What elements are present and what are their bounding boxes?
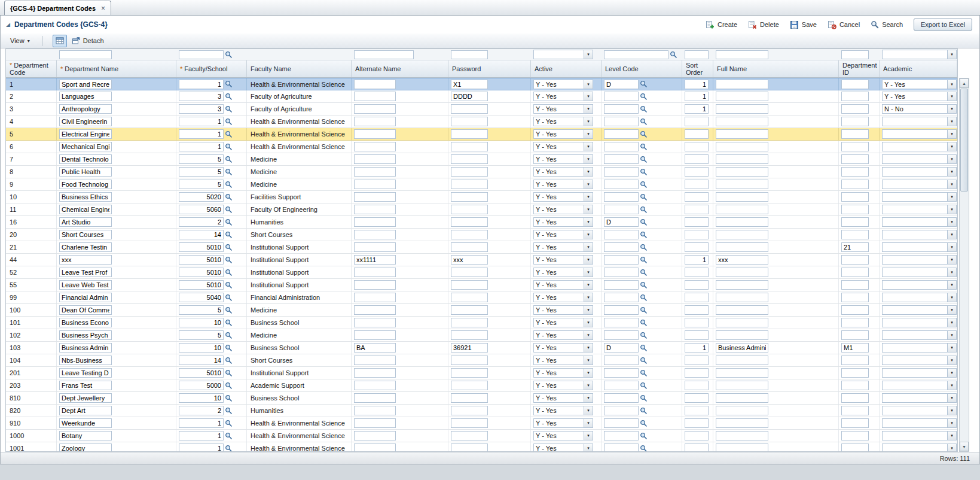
- level_code-lookup-icon[interactable]: [640, 269, 648, 277]
- level_code-lookup-icon[interactable]: [640, 294, 648, 302]
- dept_id-input[interactable]: [841, 117, 869, 126]
- dept_id-input[interactable]: [841, 242, 869, 252]
- faculty_school-input[interactable]: [179, 443, 224, 451]
- delete-button[interactable]: Delete: [748, 20, 779, 29]
- table-row[interactable]: 102MedicineY - Yes▾▾: [6, 329, 957, 342]
- faculty_school-lookup-icon[interactable]: [225, 93, 233, 101]
- password-input[interactable]: [451, 268, 488, 277]
- dept_name-input[interactable]: [59, 154, 112, 164]
- academic-select[interactable]: ▾: [882, 255, 957, 265]
- full_name-input[interactable]: [716, 205, 768, 214]
- full_name-input[interactable]: [716, 431, 768, 440]
- full_name-input[interactable]: [716, 368, 768, 378]
- full_name-input[interactable]: [716, 230, 768, 239]
- full_name-input[interactable]: [716, 268, 768, 277]
- dept_id-input[interactable]: [841, 205, 869, 214]
- faculty_school-input[interactable]: [179, 318, 224, 327]
- alternate_name-input[interactable]: [354, 205, 396, 214]
- column-header-faculty_name[interactable]: Faculty Name: [247, 60, 352, 77]
- password-input[interactable]: [451, 129, 488, 139]
- academic-select-dropdown-arrow-icon[interactable]: ▾: [947, 356, 956, 364]
- active-select-dropdown-arrow-icon[interactable]: ▾: [584, 432, 593, 440]
- active-select[interactable]: Y - Yes▾: [533, 154, 593, 164]
- faculty_school-input[interactable]: [179, 255, 224, 265]
- alternate_name-input[interactable]: [354, 343, 396, 353]
- academic-select-dropdown-arrow-icon[interactable]: ▾: [947, 381, 956, 390]
- faculty_school-lookup-icon[interactable]: [225, 156, 233, 163]
- sort_order-input[interactable]: [685, 280, 709, 290]
- active-select[interactable]: Y - Yes▾: [533, 167, 593, 177]
- academic-select[interactable]: ▾: [882, 343, 957, 353]
- table-grid-toggle-button[interactable]: [53, 35, 67, 47]
- level_code-input[interactable]: [604, 393, 639, 403]
- faculty_school-lookup-icon[interactable]: [225, 294, 233, 302]
- search-button[interactable]: Search: [871, 20, 903, 29]
- academic-select-dropdown-arrow-icon[interactable]: ▾: [947, 193, 956, 201]
- sort_order-input[interactable]: [685, 242, 709, 252]
- password-input[interactable]: [451, 368, 488, 378]
- alternate_name-input[interactable]: [354, 255, 396, 265]
- table-row[interactable]: 6Health & Environmental ScienceY - Yes▾▾: [6, 141, 957, 153]
- alternate_name-input[interactable]: [354, 167, 396, 177]
- level_code-lookup-icon[interactable]: [640, 80, 648, 88]
- column-header-sort_order[interactable]: Sort Order: [682, 60, 713, 77]
- faculty_school-lookup-icon[interactable]: [225, 231, 233, 239]
- full_name-input[interactable]: [716, 293, 768, 302]
- sort_order-input[interactable]: [685, 154, 709, 164]
- academic-select[interactable]: ▾: [882, 381, 957, 390]
- faculty_school-lookup-icon[interactable]: [225, 332, 233, 339]
- active-select[interactable]: Y - Yes▾: [533, 217, 593, 227]
- detach-button[interactable]: Detach: [72, 37, 104, 45]
- faculty_school-input[interactable]: [179, 305, 224, 315]
- level_code-lookup-icon[interactable]: [640, 445, 648, 452]
- filter-dept_id-input[interactable]: [841, 50, 869, 59]
- sort_order-input[interactable]: [685, 368, 709, 378]
- dept_name-input[interactable]: [59, 205, 112, 214]
- table-row[interactable]: 55Institutional SupportY - Yes▾▾: [6, 279, 957, 291]
- academic-select-dropdown-arrow-icon[interactable]: ▾: [947, 230, 956, 239]
- dept_id-input[interactable]: [841, 381, 869, 390]
- faculty_school-lookup-icon[interactable]: [225, 445, 233, 452]
- faculty_school-lookup-icon[interactable]: [225, 369, 233, 377]
- table-row[interactable]: 21Institutional SupportY - Yes▾▾: [6, 241, 957, 254]
- dept_name-input[interactable]: [59, 142, 112, 151]
- academic-select-dropdown-arrow-icon[interactable]: ▾: [947, 331, 956, 339]
- faculty_school-input[interactable]: [179, 205, 224, 214]
- alternate_name-input[interactable]: [354, 406, 396, 415]
- faculty_school-lookup-icon[interactable]: [225, 130, 233, 138]
- sort_order-input[interactable]: [685, 305, 709, 315]
- filter-password-input[interactable]: [451, 50, 488, 59]
- level_code-lookup-icon[interactable]: [640, 181, 648, 189]
- sort_order-input[interactable]: [685, 129, 709, 139]
- filter-level_code-input[interactable]: [604, 50, 668, 59]
- academic-select-dropdown-arrow-icon[interactable]: ▾: [947, 155, 956, 163]
- level_code-lookup-icon[interactable]: [640, 432, 648, 440]
- table-row[interactable]: 4Health & Environmental ScienceY - Yes▾▾: [6, 116, 957, 128]
- sort_order-input[interactable]: [685, 293, 709, 302]
- level_code-input[interactable]: [604, 418, 639, 428]
- sort_order-input[interactable]: [685, 192, 709, 202]
- table-row[interactable]: 7MedicineY - Yes▾▾: [6, 153, 957, 166]
- dept_name-input[interactable]: [59, 92, 112, 101]
- sort_order-input[interactable]: [685, 167, 709, 177]
- level_code-lookup-icon[interactable]: [640, 332, 648, 339]
- level_code-input[interactable]: [604, 406, 639, 415]
- create-button[interactable]: Create: [706, 20, 737, 29]
- full_name-input[interactable]: [716, 192, 768, 202]
- alternate_name-input[interactable]: [354, 431, 396, 440]
- active-select-dropdown-arrow-icon[interactable]: ▾: [584, 281, 593, 289]
- tab-close-icon[interactable]: ×: [101, 5, 105, 11]
- active-select-dropdown-arrow-icon[interactable]: ▾: [584, 369, 593, 377]
- faculty_school-input[interactable]: [179, 280, 224, 290]
- dept_name-input[interactable]: [59, 368, 112, 378]
- level_code-input[interactable]: [604, 142, 639, 151]
- level_code-input[interactable]: [604, 129, 639, 139]
- active-select[interactable]: Y - Yes▾: [533, 80, 593, 89]
- academic-select[interactable]: ▾: [882, 330, 957, 340]
- full_name-input[interactable]: [716, 154, 768, 164]
- level_code-lookup-icon[interactable]: [640, 244, 648, 251]
- level_code-input[interactable]: [604, 431, 639, 440]
- academic-select-dropdown-arrow-icon[interactable]: ▾: [947, 80, 956, 89]
- dept_name-input[interactable]: [59, 431, 112, 440]
- academic-select-dropdown-arrow-icon[interactable]: ▾: [947, 256, 956, 264]
